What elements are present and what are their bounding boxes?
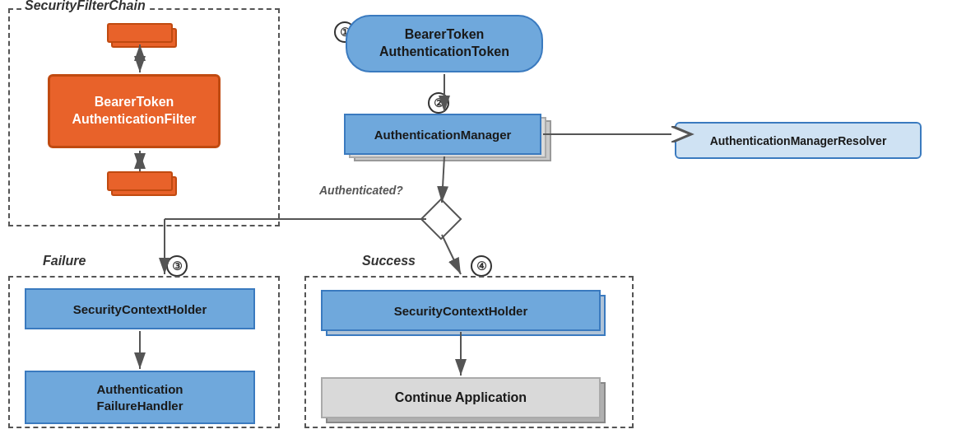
- auth-manager-label: AuthenticationManager: [374, 128, 512, 142]
- failure-label: Failure: [43, 254, 86, 268]
- orange-bar-bottom-group: [107, 171, 181, 214]
- diagram-container: SecurityFilterChain BearerTokenAuthentic…: [0, 0, 980, 448]
- decision-diamond: [420, 198, 462, 240]
- authenticated-label: Authenticated?: [319, 184, 403, 197]
- bearer-authentication-filter-label: BearerTokenAuthenticationFilter: [72, 94, 196, 128]
- security-context-holder-failure: SecurityContextHolder: [25, 288, 255, 329]
- security-context-holder-failure-label: SecurityContextHolder: [73, 302, 207, 316]
- step2-badge: ②: [428, 92, 449, 114]
- orange-bar-top-group: [107, 23, 181, 66]
- auth-manager-container: AuthenticationManager: [344, 114, 550, 159]
- authentication-failure-handler-box: AuthenticationFailureHandler: [25, 371, 255, 424]
- step3-badge: ③: [166, 255, 188, 277]
- orange-bar-top-front: [107, 23, 173, 43]
- bearer-authentication-filter-box: BearerTokenAuthenticationFilter: [48, 74, 221, 148]
- security-context-holder-success: SecurityContextHolder: [321, 290, 601, 331]
- security-context-holder-success-label: SecurityContextHolder: [394, 304, 528, 318]
- step4-badge: ④: [471, 255, 492, 277]
- bearer-token-label: BearerTokenAuthenticationToken: [379, 26, 509, 61]
- arrow-success-down: [442, 235, 461, 274]
- success-label: Success: [362, 254, 416, 268]
- security-filter-chain-label: SecurityFilterChain: [21, 0, 149, 13]
- auth-resolver-label: AuthenticationManagerResolver: [710, 134, 887, 147]
- continue-application-box: Continue Application: [321, 377, 601, 418]
- auth-resolver-box: AuthenticationManagerResolver: [675, 122, 922, 159]
- orange-bar-bottom-front: [107, 171, 173, 191]
- auth-manager-box: AuthenticationManager: [344, 114, 541, 155]
- continue-application-label: Continue Application: [395, 390, 527, 405]
- arrow-manager-to-diamond: [442, 156, 444, 203]
- auth-failure-handler-label: AuthenticationFailureHandler: [96, 381, 183, 413]
- bearer-token-box: BearerTokenAuthenticationToken: [346, 15, 543, 72]
